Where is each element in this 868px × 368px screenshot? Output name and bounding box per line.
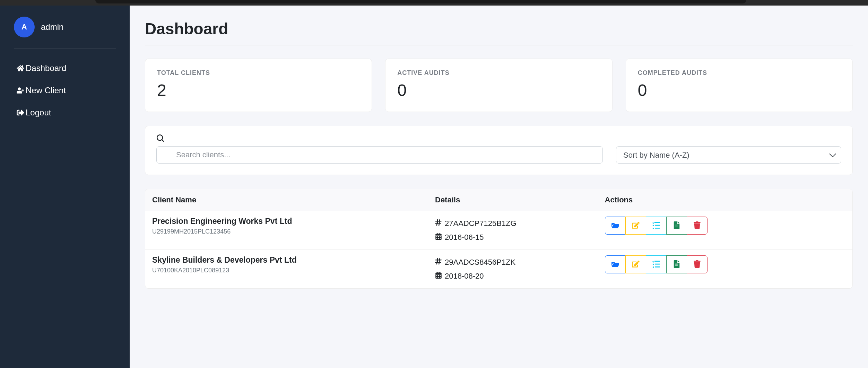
card-completed-audits: COMPLETED AUDITS 0: [626, 59, 853, 112]
action-group: [605, 217, 845, 235]
client-code: 27AADCP7125B1ZG: [445, 217, 517, 230]
client-subid: U70100KA2010PLC089123: [152, 267, 421, 274]
nav-item-new-client[interactable]: New Client: [11, 79, 119, 102]
checklist-button[interactable]: [646, 217, 667, 235]
edit-icon: [632, 260, 640, 269]
folder-open-icon: [611, 221, 619, 230]
checklist-icon: [652, 260, 660, 269]
search-input[interactable]: [156, 146, 603, 164]
logout-icon: [17, 109, 26, 116]
client-date: 2018-08-20: [445, 269, 484, 283]
page-title: Dashboard: [145, 19, 853, 45]
calendar-icon: [435, 269, 442, 283]
sidebar-nav: Dashboard New Client Logout: [0, 57, 130, 124]
nav-label: Logout: [26, 108, 51, 117]
open-folder-button[interactable]: [605, 255, 626, 273]
client-subid: U29199MH2015PLC123456: [152, 228, 421, 235]
nav-label: Dashboard: [26, 63, 66, 73]
clients-table: Client Name Details Actions Precision En…: [145, 189, 852, 288]
card-label: ACTIVE AUDITS: [397, 69, 600, 77]
calendar-icon: [435, 230, 442, 244]
sidebar: A admin Dashboard New Client Logo: [0, 6, 130, 368]
sort-select[interactable]: Sort by Name (A-Z): [616, 146, 841, 164]
report-button[interactable]: [666, 255, 687, 273]
checklist-icon: [652, 221, 660, 230]
card-total-clients: TOTAL CLIENTS 2: [145, 59, 372, 112]
card-value: 0: [397, 81, 600, 100]
stats-cards: TOTAL CLIENTS 2 ACTIVE AUDITS 0 COMPLETE…: [145, 59, 853, 112]
client-date: 2016-06-15: [445, 230, 484, 244]
report-button[interactable]: [666, 217, 687, 235]
hashtag-icon: [435, 255, 442, 269]
th-actions: Actions: [598, 189, 852, 211]
profile-block: A admin: [0, 17, 130, 49]
open-folder-button[interactable]: [605, 217, 626, 235]
nav-label: New Client: [26, 86, 66, 95]
search-icon: [156, 137, 164, 143]
client-code: 29AADCS8456P1ZK: [445, 255, 515, 269]
folder-open-icon: [611, 260, 619, 269]
client-name: Skyline Builders & Developers Pvt Ltd: [152, 255, 421, 265]
card-label: COMPLETED AUDITS: [638, 69, 841, 77]
clients-table-card: Client Name Details Actions Precision En…: [145, 189, 853, 289]
table-row: Skyline Builders & Developers Pvt Ltd U7…: [145, 250, 852, 289]
delete-button[interactable]: [687, 255, 708, 273]
nav-item-dashboard[interactable]: Dashboard: [11, 57, 119, 79]
user-plus-icon: [17, 87, 26, 94]
edit-icon: [632, 221, 640, 230]
trash-icon: [693, 221, 701, 230]
card-active-audits: ACTIVE AUDITS 0: [385, 59, 612, 112]
table-header-row: Client Name Details Actions: [145, 189, 852, 211]
th-client-name: Client Name: [145, 189, 428, 211]
nav-item-logout[interactable]: Logout: [11, 102, 119, 124]
action-group: [605, 255, 845, 273]
username-label: admin: [41, 22, 63, 32]
hashtag-icon: [435, 217, 442, 230]
th-details: Details: [428, 189, 598, 211]
home-icon: [17, 64, 26, 72]
file-icon: [673, 260, 680, 269]
edit-button[interactable]: [625, 255, 646, 273]
card-value: 2: [157, 81, 360, 100]
trash-icon: [693, 260, 701, 269]
client-name: Precision Engineering Works Pvt Ltd: [152, 217, 421, 226]
checklist-button[interactable]: [646, 255, 667, 273]
avatar: A: [14, 17, 35, 37]
browser-chrome: [0, 0, 868, 6]
edit-button[interactable]: [625, 217, 646, 235]
card-value: 0: [638, 81, 841, 100]
delete-button[interactable]: [687, 217, 708, 235]
search-wrap: [156, 134, 603, 164]
table-row: Precision Engineering Works Pvt Ltd U291…: [145, 211, 852, 250]
card-label: TOTAL CLIENTS: [157, 69, 360, 77]
sidebar-divider: [14, 49, 116, 49]
toolbar: Sort by Name (A-Z): [145, 126, 853, 175]
sort-wrap: Sort by Name (A-Z): [616, 146, 841, 164]
main-content: Dashboard TOTAL CLIENTS 2 ACTIVE AUDITS …: [130, 6, 868, 368]
file-icon: [673, 221, 680, 230]
